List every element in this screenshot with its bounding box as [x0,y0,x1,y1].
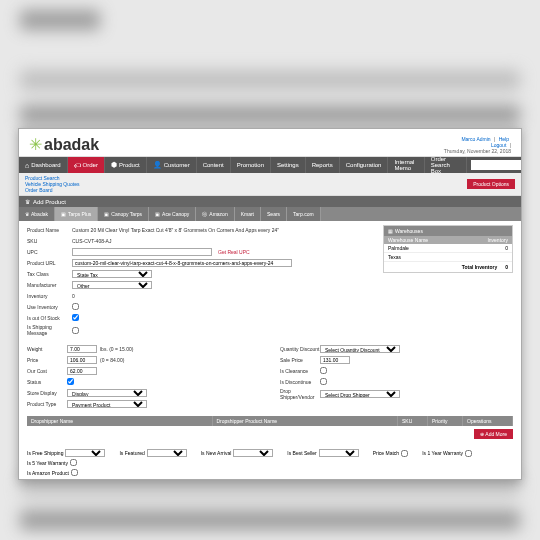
tax-label: Tax Class [27,271,72,277]
store-icon: ▣ [61,211,66,217]
bestseller-select[interactable] [319,449,359,457]
nav-reports[interactable]: Reports [306,157,340,173]
logo-text: abadak [44,136,99,154]
amazonprod-checkbox[interactable] [71,469,78,476]
nav-configuration[interactable]: Configuration [340,157,389,173]
main-nav: ⌂Dashboard 🏷Order ⬢Product 👤Customer Con… [19,157,521,173]
ds-head-product: Dropshipper Product Name [213,416,399,426]
use-inventory-checkbox[interactable] [72,303,79,310]
weight-input[interactable] [67,345,97,353]
warehouse-icon: ▦ [388,228,393,234]
tab-tarps-plus[interactable]: ▣Tarps Plus [55,207,98,221]
nav-search-label: Order Search Box [425,157,467,173]
saleprice-input[interactable] [320,356,350,364]
tab-amazon[interactable]: ⓐAmazon [196,207,234,221]
nav-product[interactable]: ⬢Product [105,157,147,173]
header: ✳ abadak Marco Admin | Help Logout | Thu… [19,129,521,157]
nav-dashboard[interactable]: ⌂Dashboard [19,157,68,173]
order-search-input[interactable] [471,160,521,170]
tab-kmart[interactable]: Kmart [235,207,261,221]
use-inventory-label: Use Inventory [27,304,72,310]
ds-head-ops: Operations [463,416,513,426]
clearance-label: Is Clearance [280,368,320,374]
tab-sears[interactable]: Sears [261,207,287,221]
get-upc-link[interactable]: Get Real UPC [218,249,250,255]
inventory-label: Inventory [27,293,72,299]
nav-promotion[interactable]: Promotion [231,157,271,173]
tab-canopy-tarps[interactable]: ▣Canopy Tarps [98,207,149,221]
ds-head-name: Dropshipper Name [27,416,213,426]
nav-memo[interactable]: Internal Memo [388,157,424,173]
dropshipper-select[interactable]: Select Drop Shipper [320,390,400,398]
tab-tarp-com[interactable]: Tarp.com [287,207,321,221]
inventory-value: 0 [72,293,75,299]
sku-value: CUS-CVT-408-AJ [72,238,111,244]
discontinue-checkbox[interactable] [320,378,327,385]
crown-icon: ♛ [25,198,30,205]
cost-input[interactable] [67,367,97,375]
flags-row1: Is Free Shipping Is Featured Is New Arri… [19,446,521,469]
wh-total-label: Total Inventory [388,264,505,270]
store-tabs: ♛Abadak ▣Tarps Plus ▣Canopy Tarps ▣Ace C… [19,207,521,221]
newarrival-label: Is New Arrival [201,450,232,456]
url-label: Product URL [27,260,72,266]
oos-checkbox[interactable] [72,314,79,321]
breadcrumb-bar: Product Search Vehicle Shipping Quotes O… [19,173,521,196]
breadcrumb: Product Search Vehicle Shipping Quotes O… [25,175,79,193]
url-input[interactable] [72,259,292,267]
user-icon: 👤 [153,161,162,169]
sku-label: SKU [27,238,72,244]
freeship-select[interactable] [65,449,105,457]
clearance-checkbox[interactable] [320,367,327,374]
nav-customer[interactable]: 👤Customer [147,157,197,173]
price-input[interactable] [67,356,97,364]
nav-content[interactable]: Content [197,157,231,173]
featured-select[interactable] [147,449,187,457]
warranty5-checkbox[interactable] [70,459,77,466]
dashboard-icon: ⌂ [25,162,29,169]
newarrival-select[interactable] [233,449,273,457]
user-link[interactable]: Marco Admin [461,136,490,142]
warranty1-label: Is 1 Year Warranty [422,450,463,456]
tax-select[interactable]: State Tax [72,270,152,278]
upc-input[interactable] [72,248,212,256]
pricematch-checkbox[interactable] [401,450,408,457]
producttype-label: Product Type [27,401,67,407]
upc-label: UPC [27,249,72,255]
tab-ace-canopy[interactable]: ▣Ace Canopy [149,207,196,221]
product-name-label: Product Name [27,227,72,233]
product-options-button[interactable]: Product Options [467,179,515,189]
section-header: ♛ Add Product [19,196,521,207]
nav-settings[interactable]: Settings [271,157,306,173]
qtydisc-select[interactable]: Select Quantity Discount [320,345,400,353]
price-label: Price [27,357,67,363]
store-icon: ▣ [104,211,109,217]
tab-abadak[interactable]: ♛Abadak [19,207,55,221]
storedisplay-select[interactable]: Display [67,389,147,397]
qtydisc-label: Quantity Discount [280,346,320,352]
warranty1-checkbox[interactable] [465,450,472,457]
amazon-icon: ⓐ [202,211,207,217]
add-more-button[interactable]: ⊕ Add More [474,429,513,439]
crumb-order-board[interactable]: Order Board [25,187,53,193]
flags-row2: Is Amazon Product [19,469,521,479]
saleprice-label: Sale Price [280,357,320,363]
help-link[interactable]: Help [499,136,509,142]
wh-total-value: 0 [505,264,508,270]
nav-order[interactable]: 🏷Order [68,157,105,173]
oos-label: Is out Of Stock [27,315,72,321]
producttype-select[interactable]: Payment Product [67,400,147,408]
tag-icon: 🏷 [74,162,81,169]
pricematch-label: Price Match [373,450,399,456]
shipmsg-checkbox[interactable] [72,327,79,334]
ds-head-priority: Priority [428,416,463,426]
logout-link[interactable]: Logout [491,142,506,148]
status-checkbox[interactable] [67,378,74,385]
storedisplay-label: Store Display [27,390,67,396]
mfr-select[interactable]: Other [72,281,152,289]
wh-inv-header: Inventory [472,236,512,244]
date-label: Thursday, November 22, 2018 [444,148,511,154]
logo-icon: ✳ [29,135,42,154]
crown-icon: ♛ [25,211,29,217]
dropshipper-table: Dropshipper Name Dropshipper Product Nam… [27,416,513,442]
